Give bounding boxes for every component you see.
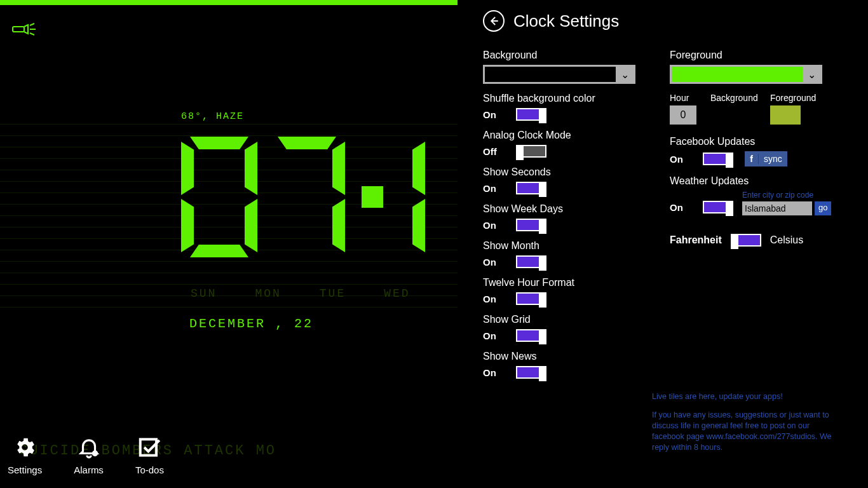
toggle-1[interactable] xyxy=(516,145,546,158)
promo-text: Live tiles are here, update your apps! I… xyxy=(652,391,836,460)
toggle-state-1: Off xyxy=(483,146,505,157)
digit-0 xyxy=(181,137,257,257)
time-digits xyxy=(181,137,425,257)
toggle-5[interactable] xyxy=(516,292,546,305)
fahrenheit-label: Fahrenheit xyxy=(670,234,722,246)
hour-input[interactable]: 0 xyxy=(670,105,696,125)
foreground-picker[interactable]: ⌄ xyxy=(670,65,822,84)
fb-state: On xyxy=(670,154,691,165)
facebook-icon: f xyxy=(745,154,759,164)
bell-icon xyxy=(77,435,101,462)
fb-updates-label: Facebook Updates xyxy=(670,136,829,147)
city-hint: Enter city or zip code xyxy=(742,191,831,200)
checkbox-icon xyxy=(137,435,161,462)
toggle-label-7: Show News xyxy=(483,351,642,362)
weather-state: On xyxy=(670,202,691,213)
toggle-2[interactable] xyxy=(516,182,546,194)
chevron-down-icon: ⌄ xyxy=(616,69,634,81)
todos-button[interactable]: To-dos xyxy=(135,435,164,475)
toggle-label-5: Twelve Hour Format xyxy=(483,277,642,288)
toggle-label-6: Show Grid xyxy=(483,314,642,325)
back-button[interactable] xyxy=(483,10,505,32)
toggle-3[interactable] xyxy=(516,219,546,231)
weekday: SUN xyxy=(191,287,217,300)
chevron-down-icon: ⌄ xyxy=(803,69,820,81)
fb-sync-button[interactable]: f sync xyxy=(745,151,787,166)
background-picker[interactable]: ⌄ xyxy=(483,65,635,84)
settings-panel: Clock Settings Background ⌄ Shuffle back… xyxy=(483,10,864,388)
alarms-button[interactable]: Alarms xyxy=(74,435,104,475)
weather-text: 68°, HAZE xyxy=(181,111,244,122)
hour-fg-swatch[interactable] xyxy=(770,105,801,125)
hour-colors-header: Hour Background Foreground xyxy=(670,93,829,103)
gear-icon xyxy=(13,435,37,462)
settings-title: Clock Settings xyxy=(513,11,619,31)
hour-bg-swatch[interactable] xyxy=(710,105,756,125)
date-text: DECEMBER , 22 xyxy=(189,316,313,331)
toggle-state-6: On xyxy=(483,330,505,341)
toggle-label-3: Show Week Days xyxy=(483,203,642,215)
settings-label: Settings xyxy=(8,464,42,475)
colon-dot xyxy=(362,186,383,208)
go-button[interactable]: go xyxy=(815,201,831,215)
clock-display: 68°, HAZE SUN MON TUE WED DECEMBER , 22 … xyxy=(0,0,470,488)
weekday: MON xyxy=(255,287,281,300)
toggle-state-3: On xyxy=(483,220,505,231)
toggle-label-1: Analog Clock Mode xyxy=(483,130,642,141)
svg-point-4 xyxy=(93,451,97,455)
alarms-label: Alarms xyxy=(74,464,104,475)
fb-toggle[interactable] xyxy=(703,152,733,165)
foreground-label: Foreground xyxy=(670,50,829,61)
settings-button[interactable]: Settings xyxy=(8,435,42,475)
toggle-6[interactable] xyxy=(516,329,546,342)
digit-7 xyxy=(269,137,345,257)
toggle-state-7: On xyxy=(483,367,505,378)
weekday-row: SUN MON TUE WED xyxy=(191,287,410,300)
weekday: TUE xyxy=(320,287,346,300)
toggle-0[interactable] xyxy=(516,108,546,121)
toggle-label-2: Show Seconds xyxy=(483,166,642,178)
celsius-label: Celsius xyxy=(770,234,803,246)
toggle-state-2: On xyxy=(483,183,505,194)
background-label: Background xyxy=(483,50,642,61)
toggle-7[interactable] xyxy=(516,366,546,379)
toggle-label-0: Shuffle background color xyxy=(483,93,642,104)
toggle-4[interactable] xyxy=(516,255,546,268)
weekday: WED xyxy=(384,287,410,300)
toggle-state-4: On xyxy=(483,257,505,268)
toggle-label-4: Show Month xyxy=(483,240,642,252)
weather-toggle[interactable] xyxy=(703,201,733,214)
city-input[interactable] xyxy=(742,201,812,215)
units-toggle[interactable] xyxy=(731,234,761,247)
todos-label: To-dos xyxy=(135,464,164,475)
weather-updates-label: Weather Updates xyxy=(670,175,829,187)
toggle-state-5: On xyxy=(483,294,505,304)
background-swatch xyxy=(485,67,616,82)
digit-partial xyxy=(400,137,425,257)
foreground-swatch xyxy=(672,67,803,82)
toggle-state-0: On xyxy=(483,109,505,120)
